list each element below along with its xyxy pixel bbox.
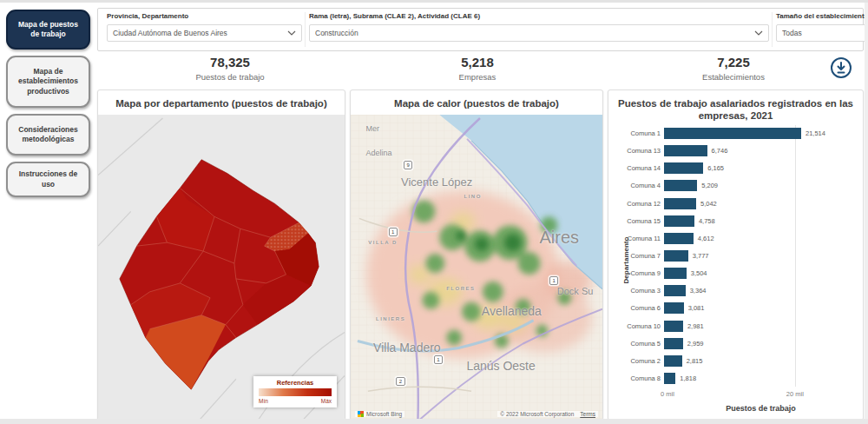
bar-value-label: 2,815: [687, 357, 703, 365]
kpi-puestos-value: 78,325: [135, 55, 326, 70]
bar[interactable]: [664, 338, 683, 349]
x-tick-label: 20 mil: [786, 390, 804, 398]
bar-category-label: Comuna 2: [617, 357, 664, 365]
kpi-empresas-label: Empresas: [382, 72, 573, 82]
bar-value-label: 2,981: [687, 322, 704, 330]
bar-track: 3,081: [664, 302, 858, 314]
rama-dropdown[interactable]: Construcción: [309, 24, 769, 42]
filter-bar: Provincia, Departamento Ciudad Autónoma …: [97, 8, 864, 51]
bar-row: Comuna 125,042: [617, 195, 858, 212]
bar-row: Comuna 121,514: [617, 125, 858, 142]
kpi-establecimientos: 7,225 Establecimientos: [638, 55, 829, 82]
bar-value-label: 4,758: [699, 217, 715, 225]
filter-provincia-label: Provincia, Departamento: [107, 12, 302, 20]
kpi-puestos-label: Puestos de trabajo: [135, 72, 326, 82]
bar-row: Comuna 93,504: [617, 265, 858, 282]
heatmap-map[interactable]: MerAdelinaVicente LópezLINOAiresVILLA DF…: [351, 115, 602, 420]
bar-category-label: Comuna 1: [617, 129, 664, 137]
filter-divider: [772, 12, 773, 47]
heatmap-panel: Mapa de calor (puestos de trabajo): [350, 89, 603, 421]
sidebar-item-mapa-establecimientos[interactable]: Mapa de establecimientos productivos: [6, 56, 90, 108]
x-axis-label: Puestos de trabajo: [664, 404, 858, 413]
bar-track: 3,504: [664, 268, 858, 279]
bar[interactable]: [664, 373, 675, 384]
filter-rama-label: Rama (letra), Subrama (CLAE 2), Activida…: [309, 12, 769, 20]
page-edge: [865, 3, 868, 424]
bar-row: Comuna 52,959: [617, 335, 858, 352]
bar-row: Comuna 63,081: [617, 300, 858, 316]
bar-value-label: 6,746: [712, 147, 728, 155]
y-axis-label: Departamento: [622, 229, 630, 290]
bar[interactable]: [664, 321, 683, 332]
heatmap-title: Mapa de calor (puestos de trabajo): [351, 90, 602, 113]
provincia-dropdown-value: Ciudad Autónoma de Buenos Aires: [113, 29, 227, 37]
heatmap-svg: [351, 115, 602, 420]
bar[interactable]: [664, 215, 694, 227]
bar[interactable]: [664, 302, 684, 314]
kpi-establecimientos-value: 7,225: [638, 55, 829, 70]
download-button[interactable]: [830, 56, 852, 79]
chevron-down-icon: [754, 30, 763, 36]
bar-value-label: 1,818: [680, 374, 696, 382]
bar-category-label: Comuna 5: [617, 340, 664, 348]
rama-dropdown-value: Construcción: [315, 29, 358, 37]
barchart-panel: Puestos de trabajo asalariados registrad…: [608, 89, 864, 421]
bar-value-label: 3,081: [688, 304, 705, 312]
bar[interactable]: [664, 128, 801, 139]
bar-row: Comuna 45,209: [617, 177, 858, 194]
bar-category-label: Comuna 15: [617, 217, 664, 225]
bar[interactable]: [664, 355, 682, 367]
kpi-establecimientos-label: Establecimientos: [638, 72, 829, 82]
bar-category-label: Comuna 13: [617, 147, 664, 155]
bar-value-label: 3,364: [690, 287, 707, 295]
legend-min-label: Mín: [259, 398, 268, 404]
sidebar-item-consideraciones[interactable]: Consideraciones metodológicas: [6, 114, 90, 156]
bar-value-label: 5,209: [701, 182, 718, 189]
bar-track: 2,981: [664, 321, 858, 332]
bar-track: 6,746: [664, 145, 858, 156]
bar-row: Comuna 136,746: [617, 142, 858, 159]
sidebar-item-mapa-puestos-trabajo[interactable]: Mapa de puestos de trabajo: [6, 10, 90, 50]
bar-row: Comuna 102,981: [617, 318, 858, 335]
tamano-dropdown-value: Todas: [782, 29, 802, 37]
filter-divider: [305, 12, 306, 47]
bar-value-label: 5,042: [700, 200, 717, 208]
bar-track: 21,514: [664, 128, 858, 139]
bar-row: Comuna 22,815: [617, 353, 858, 369]
bar-value-label: 3,777: [693, 252, 709, 260]
choropleth-map[interactable]: Referencias Mín Máx: [98, 115, 345, 420]
provincia-dropdown[interactable]: Ciudad Autónoma de Buenos Aires: [107, 24, 302, 42]
bar[interactable]: [664, 198, 696, 209]
bar-category-label: Comuna 10: [617, 322, 664, 330]
bar-value-label: 4,612: [698, 235, 714, 242]
microsoft-bing-logo-icon: [358, 411, 364, 417]
kpi-empresas: 5,218 Empresas: [382, 55, 573, 82]
bar[interactable]: [664, 233, 694, 244]
bar-value-label: 2,959: [687, 340, 704, 348]
bing-label: Microsoft Bing: [366, 411, 402, 417]
x-tick-label: 0 mil: [661, 390, 674, 398]
bar-track: 2,959: [664, 338, 858, 349]
tamano-dropdown[interactable]: Todas: [776, 24, 868, 42]
bar-rows: Comuna 121,514Comuna 136,746Comuna 146,1…: [617, 125, 858, 387]
bar-track: 3,777: [664, 250, 858, 262]
legend-gradient: [259, 388, 332, 396]
bar[interactable]: [664, 180, 697, 191]
barchart-title: Puestos de trabajo asalariados registrad…: [608, 90, 863, 126]
bar-row: Comuna 154,758: [617, 213, 858, 229]
bar[interactable]: [664, 145, 707, 156]
sidebar-item-instrucciones[interactable]: Instrucciones de uso: [6, 162, 90, 197]
bar-row: Comuna 114,612: [617, 230, 858, 247]
bar[interactable]: [664, 250, 688, 262]
terms-link[interactable]: Terms: [580, 411, 595, 417]
bar-row: Comuna 33,364: [617, 282, 858, 299]
barchart-plot: Comuna 121,514Comuna 136,746Comuna 146,1…: [617, 125, 858, 387]
bar-category-label: Comuna 14: [617, 164, 664, 172]
bar[interactable]: [664, 268, 687, 279]
bar[interactable]: [664, 285, 686, 296]
bing-attribution: Microsoft Bing: [355, 411, 404, 417]
bar[interactable]: [664, 162, 703, 174]
bar-track: 5,042: [664, 198, 858, 209]
kpi-puestos: 78,325 Puestos de trabajo: [135, 55, 326, 82]
route-shield: 1: [389, 228, 398, 236]
